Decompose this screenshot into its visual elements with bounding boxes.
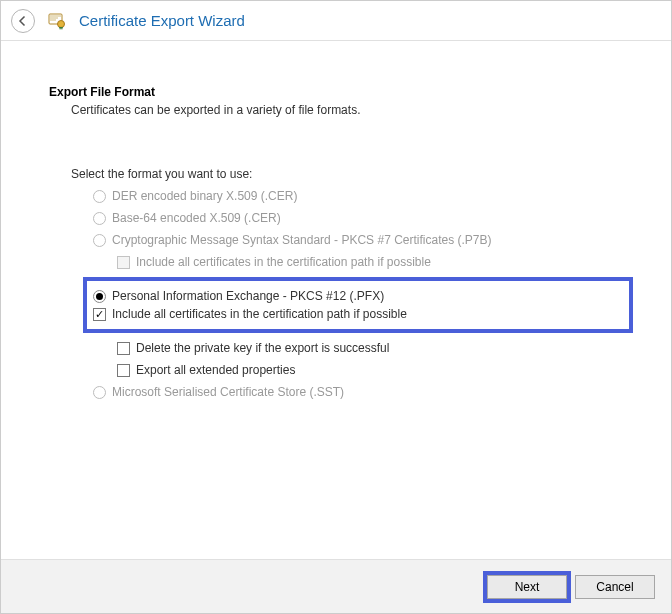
option-pfx-include-label: Include all certificates in the certific… [112,307,407,321]
radio-icon [93,190,106,203]
checkbox-icon [93,308,106,321]
option-der-label: DER encoded binary X.509 (.CER) [112,189,297,203]
radio-icon [93,234,106,247]
section-heading: Export File Format [49,85,623,99]
format-options: DER encoded binary X.509 (.CER) Base-64 … [93,189,623,399]
option-sst: Microsoft Serialised Certificate Store (… [93,385,623,399]
option-der: DER encoded binary X.509 (.CER) [93,189,623,203]
option-p7b-label: Cryptographic Message Syntax Standard - … [112,233,492,247]
option-p7b-include: Include all certificates in the certific… [117,255,623,269]
option-pfx-label: Personal Information Exchange - PKCS #12… [112,289,384,303]
option-pfx-delete[interactable]: Delete the private key if the export is … [117,341,623,355]
option-p7b: Cryptographic Message Syntax Standard - … [93,233,623,247]
titlebar: Certificate Export Wizard [1,1,671,41]
next-button[interactable]: Next [487,575,567,599]
option-pfx-extprops[interactable]: Export all extended properties [117,363,623,377]
checkbox-icon [117,342,130,355]
checkbox-icon [117,364,130,377]
option-sst-label: Microsoft Serialised Certificate Store (… [112,385,344,399]
option-p7b-include-label: Include all certificates in the certific… [136,255,431,269]
back-button[interactable] [11,9,35,33]
option-pfx-include[interactable]: Include all certificates in the certific… [93,307,623,321]
section-subheading: Certificates can be exported in a variet… [71,103,623,117]
option-pfx-delete-label: Delete the private key if the export is … [136,341,389,355]
option-base64-label: Base-64 encoded X.509 (.CER) [112,211,281,225]
option-pfx-extprops-label: Export all extended properties [136,363,295,377]
highlight-pfx: Personal Information Exchange - PKCS #12… [83,277,633,333]
footer: Next Cancel [1,559,671,613]
radio-icon [93,212,106,225]
option-pfx[interactable]: Personal Information Exchange - PKCS #12… [93,289,623,303]
radio-icon [93,290,106,303]
content-area: Export File Format Certificates can be e… [1,41,671,399]
radio-icon [93,386,106,399]
wizard-title: Certificate Export Wizard [79,12,245,29]
certificate-icon [47,11,67,31]
cancel-button[interactable]: Cancel [575,575,655,599]
arrow-left-icon [17,15,29,27]
checkbox-icon [117,256,130,269]
svg-point-1 [58,20,65,27]
format-prompt: Select the format you want to use: [71,167,623,181]
option-base64: Base-64 encoded X.509 (.CER) [93,211,623,225]
